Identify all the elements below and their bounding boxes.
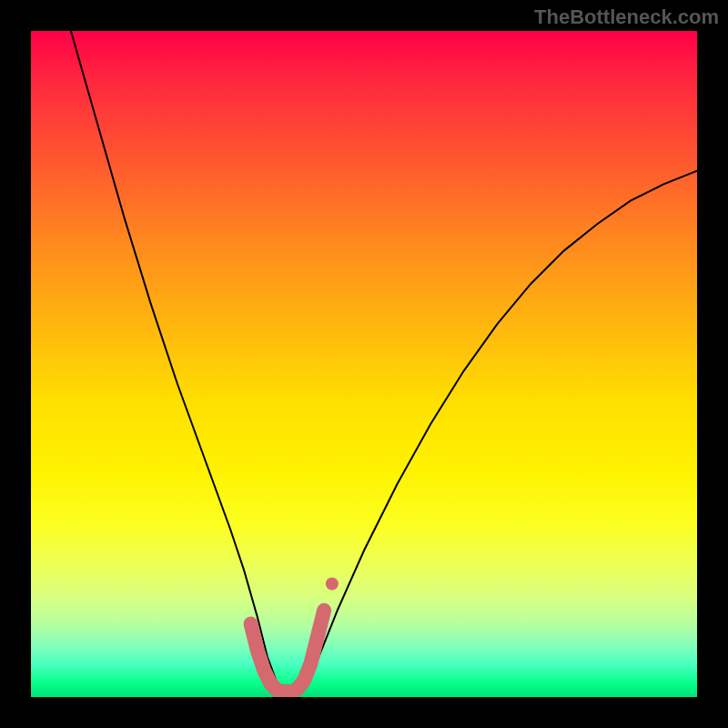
svg-point-0	[326, 578, 339, 591]
chart-area	[31, 31, 697, 697]
chart-svg	[31, 31, 697, 697]
bottleneck-curve-path	[71, 31, 697, 693]
flat-segment-dots	[251, 578, 339, 693]
